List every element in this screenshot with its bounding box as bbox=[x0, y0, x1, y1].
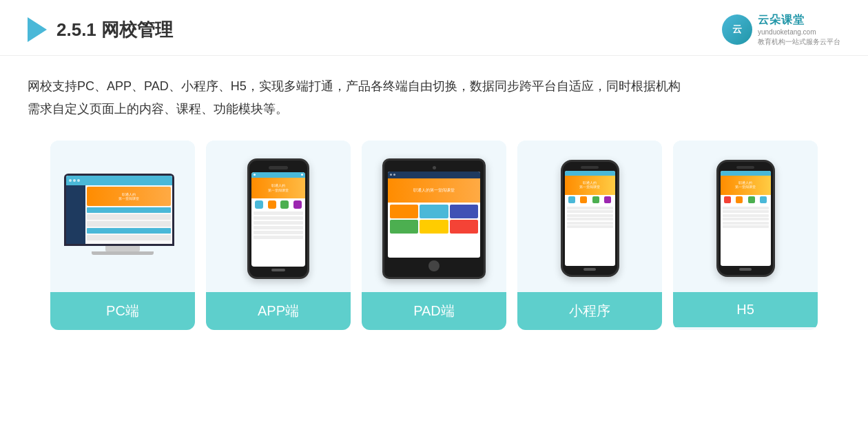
brand-logo: 云朵课堂 yunduoketang.com 教育机构一站式服务云平台 bbox=[722, 12, 840, 47]
brand-text: 云朵课堂 yunduoketang.com 教育机构一站式服务云平台 bbox=[758, 12, 840, 47]
description-block: 网校支持PC、APP、PAD、小程序、H5，实现多端打通，产品各终端自由切换，数… bbox=[0, 56, 868, 127]
h5-image-area: 职通人的第一堂闯课堂 bbox=[673, 141, 818, 292]
card-pc: 职通人的第一堂闯课堂 PC端 bbox=[50, 141, 195, 330]
h5-phone-mockup: 职通人的第一堂闯课堂 bbox=[716, 160, 775, 277]
card-pad: 职通人的第一堂闯课堂 PAD端 bbox=[362, 141, 506, 330]
description-line2: 需求自定义页面上的内容、课程、功能模块等。 bbox=[28, 98, 840, 120]
brand-icon bbox=[722, 14, 752, 45]
miniprogram-image-area: 职通人的第一堂闯课堂 bbox=[517, 141, 662, 292]
page-title: 2.5.1 网校管理 bbox=[56, 18, 173, 42]
card-miniprogram-label: 小程序 bbox=[517, 292, 662, 330]
pc-image-area: 职通人的第一堂闯课堂 bbox=[50, 141, 195, 292]
pc-screen: 职通人的第一堂闯课堂 bbox=[64, 174, 174, 246]
description-line1: 网校支持PC、APP、PAD、小程序、H5，实现多端打通，产品各终端自由切换，数… bbox=[28, 75, 840, 97]
card-miniprogram: 职通人的第一堂闯课堂 bbox=[517, 141, 662, 330]
cards-container: 职通人的第一堂闯课堂 PC端 bbox=[0, 127, 868, 344]
pad-mockup: 职通人的第一堂闯课堂 bbox=[382, 158, 486, 279]
miniprogram-phone-mockup: 职通人的第一堂闯课堂 bbox=[561, 160, 619, 277]
pc-mockup: 职通人的第一堂闯课堂 bbox=[64, 174, 181, 263]
card-pc-label: PC端 bbox=[50, 292, 195, 330]
logo-icon bbox=[28, 17, 47, 42]
app-phone-mockup: 职通人的第一堂闯课堂 bbox=[247, 158, 309, 279]
app-image-area: 职通人的第一堂闯课堂 bbox=[206, 141, 351, 292]
card-app: 职通人的第一堂闯课堂 APP端 bbox=[206, 141, 351, 330]
page-header: 2.5.1 网校管理 云朵课堂 yunduoketang.com 教育机构一站式… bbox=[0, 0, 868, 56]
card-h5: 职通人的第一堂闯课堂 bbox=[673, 141, 818, 330]
pad-image-area: 职通人的第一堂闯课堂 bbox=[362, 141, 506, 292]
card-pad-label: PAD端 bbox=[362, 292, 506, 330]
card-h5-label: H5 bbox=[673, 292, 818, 327]
header-left: 2.5.1 网校管理 bbox=[28, 17, 173, 42]
card-app-label: APP端 bbox=[206, 292, 351, 330]
